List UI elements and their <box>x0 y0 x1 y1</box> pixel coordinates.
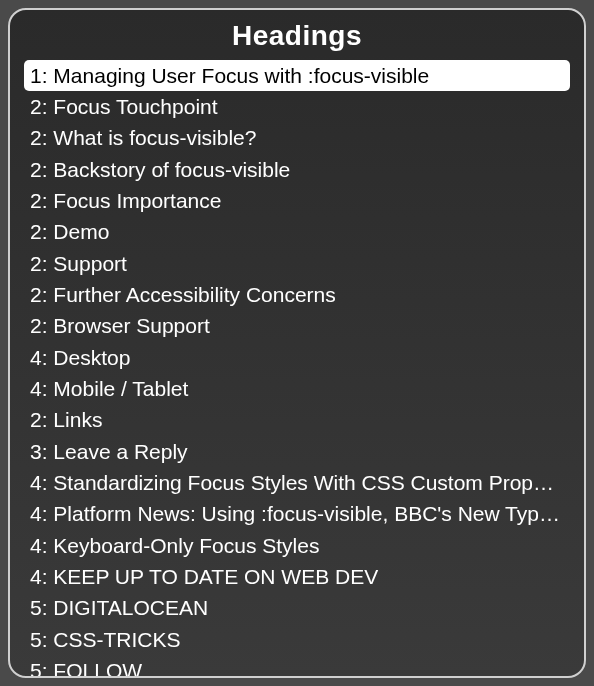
heading-level-prefix: 4 <box>30 346 42 369</box>
heading-level-prefix: 4 <box>30 471 42 494</box>
heading-text: Platform News: Using :focus-visible, BBC… <box>53 502 570 525</box>
heading-text: Demo <box>53 220 109 243</box>
heading-level-prefix: 4 <box>30 534 42 557</box>
heading-level-prefix: 3 <box>30 440 42 463</box>
heading-item[interactable]: 5: DIGITALOCEAN <box>24 593 570 624</box>
heading-item[interactable]: 2: Backstory of focus-visible <box>24 154 570 185</box>
heading-text: Managing User Focus with :focus-visible <box>53 64 429 87</box>
heading-level-prefix: 2 <box>30 408 42 431</box>
heading-level-prefix: 4 <box>30 502 42 525</box>
heading-item[interactable]: 2: Further Accessibility Concerns <box>24 279 570 310</box>
heading-text: Keyboard-Only Focus Styles <box>53 534 319 557</box>
heading-text: Mobile / Tablet <box>53 377 188 400</box>
panel-title: Headings <box>24 20 570 52</box>
heading-text: Leave a Reply <box>53 440 187 463</box>
heading-level-prefix: 5 <box>30 659 42 678</box>
heading-level-prefix: 2 <box>30 252 42 275</box>
heading-level-prefix: 2 <box>30 158 42 181</box>
heading-item[interactable]: 2: What is focus-visible? <box>24 123 570 154</box>
heading-level-prefix: 4 <box>30 565 42 588</box>
heading-level-prefix: 4 <box>30 377 42 400</box>
heading-item[interactable]: 4: Standardizing Focus Styles With CSS C… <box>24 467 570 498</box>
heading-item[interactable]: 2: Support <box>24 248 570 279</box>
heading-list: 1: Managing User Focus with :focus-visib… <box>24 60 570 678</box>
heading-text: What is focus-visible? <box>53 126 256 149</box>
heading-text: Links <box>53 408 102 431</box>
heading-text: Browser Support <box>53 314 209 337</box>
heading-text: Desktop <box>53 346 130 369</box>
heading-text: KEEP UP TO DATE ON WEB DEV <box>53 565 378 588</box>
heading-item[interactable]: 4: Desktop <box>24 342 570 373</box>
heading-item[interactable]: 2: Links <box>24 405 570 436</box>
headings-rotor-panel: Headings 1: Managing User Focus with :fo… <box>8 8 586 678</box>
heading-level-prefix: 2 <box>30 283 42 306</box>
heading-text: CSS-TRICKS <box>53 628 180 651</box>
heading-item[interactable]: 2: Focus Touchpoint <box>24 91 570 122</box>
heading-text: Focus Touchpoint <box>53 95 217 118</box>
heading-item[interactable]: 1: Managing User Focus with :focus-visib… <box>24 60 570 91</box>
heading-text: Focus Importance <box>53 189 221 212</box>
heading-item[interactable]: 2: Browser Support <box>24 311 570 342</box>
heading-item[interactable]: 4: Keyboard-Only Focus Styles <box>24 530 570 561</box>
heading-level-prefix: 2 <box>30 126 42 149</box>
heading-text: Further Accessibility Concerns <box>53 283 335 306</box>
heading-item[interactable]: 5: CSS-TRICKS <box>24 624 570 655</box>
heading-item[interactable]: 5: FOLLOW <box>24 656 570 678</box>
heading-level-prefix: 2 <box>30 314 42 337</box>
heading-text: DIGITALOCEAN <box>53 596 208 619</box>
heading-item[interactable]: 3: Leave a Reply <box>24 436 570 467</box>
heading-item[interactable]: 2: Focus Importance <box>24 185 570 216</box>
heading-item[interactable]: 2: Demo <box>24 217 570 248</box>
heading-level-prefix: 5 <box>30 628 42 651</box>
heading-level-prefix: 2 <box>30 95 42 118</box>
heading-item[interactable]: 4: Mobile / Tablet <box>24 373 570 404</box>
heading-text: Standardizing Focus Styles With CSS Cust… <box>53 471 570 494</box>
heading-item[interactable]: 4: KEEP UP TO DATE ON WEB DEV <box>24 562 570 593</box>
heading-text: FOLLOW <box>53 659 142 678</box>
heading-item[interactable]: 4: Platform News: Using :focus-visible, … <box>24 499 570 530</box>
heading-level-prefix: 2 <box>30 220 42 243</box>
heading-level-prefix: 2 <box>30 189 42 212</box>
heading-text: Support <box>53 252 127 275</box>
heading-text: Backstory of focus-visible <box>53 158 290 181</box>
heading-level-prefix: 5 <box>30 596 42 619</box>
heading-level-prefix: 1 <box>30 64 42 87</box>
